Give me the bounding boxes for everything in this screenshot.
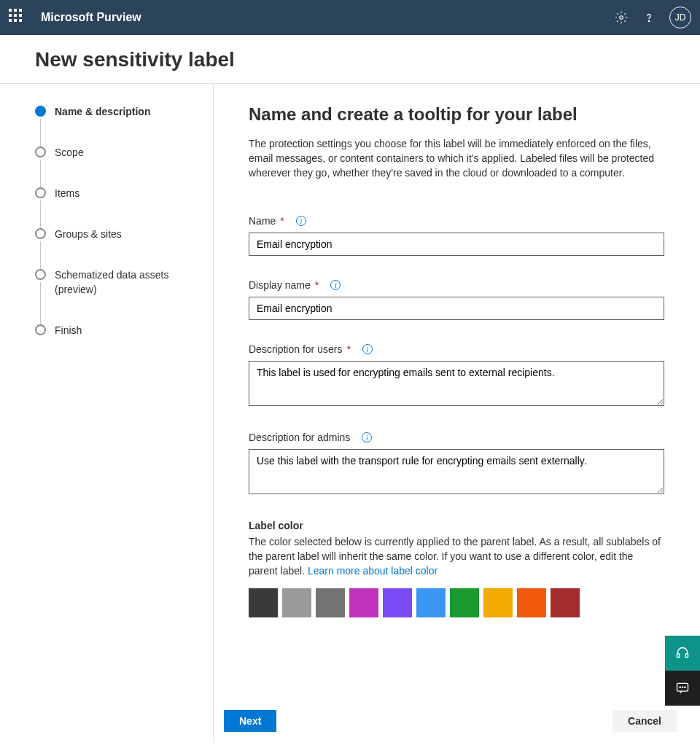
step-dot-icon bbox=[35, 106, 46, 117]
required-marker: * bbox=[346, 343, 350, 355]
wizard-step[interactable]: Name & description bbox=[35, 104, 198, 145]
content-heading: Name and create a tooltip for your label bbox=[249, 104, 677, 125]
content-area: Name and create a tooltip for your label… bbox=[214, 84, 700, 742]
wizard-step[interactable]: Schematized data assets (preview) bbox=[35, 268, 198, 323]
svg-point-1 bbox=[648, 20, 649, 21]
feedback-icon[interactable] bbox=[665, 671, 700, 706]
color-swatch[interactable] bbox=[517, 588, 546, 617]
required-marker: * bbox=[315, 279, 319, 291]
svg-point-0 bbox=[620, 16, 623, 20]
step-label: Scope bbox=[55, 145, 84, 160]
app-title: Microsoft Purview bbox=[41, 11, 614, 24]
step-label: Items bbox=[55, 186, 79, 200]
svg-point-6 bbox=[682, 687, 682, 687]
step-dot-icon bbox=[35, 147, 46, 157]
page-title: New sensitivity label bbox=[0, 35, 700, 83]
svg-rect-3 bbox=[685, 654, 688, 658]
step-dot-icon bbox=[35, 228, 46, 239]
color-swatch[interactable] bbox=[551, 588, 580, 617]
name-field[interactable] bbox=[249, 233, 664, 256]
display-name-label: Display name bbox=[249, 279, 311, 291]
wizard-step[interactable]: Scope bbox=[35, 145, 198, 186]
desc-users-field[interactable] bbox=[249, 361, 664, 406]
color-swatch[interactable] bbox=[349, 588, 378, 617]
color-swatch[interactable] bbox=[282, 588, 311, 617]
display-name-field[interactable] bbox=[249, 297, 664, 320]
info-icon[interactable]: i bbox=[362, 344, 373, 354]
wizard-step[interactable]: Items bbox=[35, 186, 198, 227]
info-icon[interactable]: i bbox=[330, 280, 341, 290]
wizard-sidebar: Name & descriptionScopeItemsGroups & sit… bbox=[0, 84, 214, 742]
headset-icon[interactable] bbox=[665, 636, 700, 671]
wizard-step[interactable]: Finish bbox=[35, 323, 198, 338]
next-button[interactable]: Next bbox=[224, 710, 276, 732]
step-label: Schematized data assets (preview) bbox=[55, 268, 198, 297]
wizard-footer: Next Cancel bbox=[214, 703, 700, 742]
step-dot-icon bbox=[35, 269, 46, 280]
name-label: Name bbox=[249, 215, 276, 227]
cancel-button[interactable]: Cancel bbox=[612, 710, 677, 732]
color-swatch[interactable] bbox=[249, 588, 278, 617]
info-icon[interactable]: i bbox=[362, 432, 372, 442]
color-swatch[interactable] bbox=[483, 588, 513, 617]
desc-admins-label: Description for admins bbox=[249, 432, 350, 443]
step-dot-icon bbox=[35, 324, 46, 335]
step-dot-icon bbox=[35, 187, 46, 198]
required-marker: * bbox=[280, 215, 284, 227]
svg-point-5 bbox=[680, 687, 680, 687]
color-swatch[interactable] bbox=[450, 588, 479, 617]
info-icon[interactable]: i bbox=[296, 216, 306, 226]
svg-rect-2 bbox=[677, 654, 680, 658]
step-label: Finish bbox=[55, 323, 82, 338]
desc-admins-field[interactable] bbox=[249, 449, 664, 494]
gear-icon[interactable] bbox=[614, 10, 629, 25]
step-label: Groups & sites bbox=[55, 227, 122, 241]
content-intro: The protection settings you choose for t… bbox=[249, 136, 664, 180]
top-bar: Microsoft Purview JD bbox=[0, 0, 700, 35]
color-swatch[interactable] bbox=[383, 588, 412, 617]
color-swatch[interactable] bbox=[416, 588, 446, 617]
color-swatch[interactable] bbox=[316, 588, 345, 617]
avatar[interactable]: JD bbox=[669, 7, 691, 28]
desc-users-label: Description for users bbox=[249, 343, 342, 355]
label-color-title: Label color bbox=[249, 520, 664, 531]
app-launcher-icon[interactable] bbox=[9, 9, 26, 26]
svg-point-7 bbox=[685, 687, 685, 687]
wizard-step[interactable]: Groups & sites bbox=[35, 227, 198, 268]
step-label: Name & description bbox=[55, 104, 150, 119]
label-color-link[interactable]: Learn more about label color bbox=[308, 565, 438, 577]
help-icon[interactable] bbox=[642, 10, 656, 25]
